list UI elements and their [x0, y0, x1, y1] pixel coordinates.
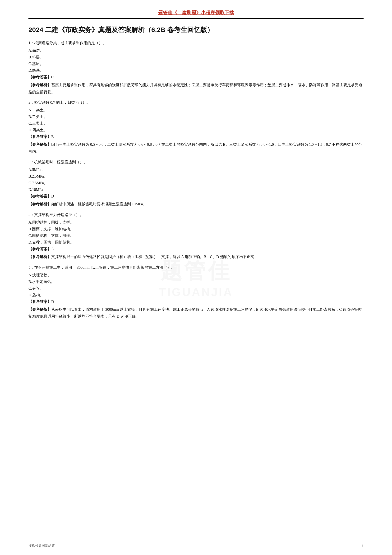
question-block-3: 3：机械凿毛时，砼强度达到（）。 A.5MPa。 B.2.5MPa。 C.7.5…: [29, 159, 363, 208]
option-3a: A.5MPa。: [29, 166, 363, 173]
analysis-label-3: 【参考解析】: [29, 202, 51, 206]
analysis-label-4: 【参考解析】: [29, 255, 51, 259]
header-banner: 题管佳《二建刷题》小程序领取下载: [29, 9, 363, 16]
answer-label-4: 【参考答案】: [29, 247, 51, 251]
answer-5: 【参考答案】D: [29, 298, 363, 305]
question-block-5: 5：在不开槽施工中，适用于 3000mm 以上管道，施工速度快且距离长的施工方法…: [29, 264, 363, 320]
analysis-3: 【参考解析】如解析中所述，机械凿毛时要求混凝土强度达到 10MPa。: [29, 201, 363, 208]
answer-value-1: C: [51, 75, 54, 79]
question-text-4: 4：支撑结构应力传递路径（）。: [29, 212, 363, 218]
option-5c: C.夯管。: [29, 285, 363, 292]
analysis-4: 【参考解析】支撑结构挡土的应力传递路径就是围护（桩）墙→围檩（冠梁）→支撑，所以…: [29, 253, 363, 260]
option-1a: A.面层。: [29, 47, 363, 54]
analysis-text-1: 基层主要起承重作用，应具有足够的强度和扩散荷载的能力并具有足够的水稳定性；面层主…: [29, 83, 362, 94]
answer-label-3: 【参考答案】: [29, 194, 51, 198]
answer-value-3: D: [51, 194, 54, 198]
question-text-5: 5：在不开槽施工中，适用于 3000mm 以上管道，施工速度快且距离长的施工方法…: [29, 264, 363, 271]
analysis-1: 【参考解析】基层主要起承重作用，应具有足够的强度和扩散荷载的能力并具有足够的水稳…: [29, 81, 363, 95]
question-text-2: 2：坚实系数 0.7 的土，归类为（）。: [29, 99, 363, 106]
analysis-text-4: 支撑结构挡土的应力传递路径就是围护（桩）墙→围檩（冠梁）→支撑，所以 A 选项正…: [51, 255, 258, 259]
page-number: 1: [362, 544, 364, 548]
option-2b: B.二类土。: [29, 113, 363, 120]
page-container: 题管佳 TIGUANJIA 题管佳《二建刷题》小程序领取下载 2024 二建《市…: [0, 0, 392, 555]
question-text-3: 3：机械凿毛时，砼强度达到（）。: [29, 159, 363, 165]
analysis-text-3: 如解析中所述，机械凿毛时要求混凝土强度达到 10MPa。: [51, 202, 147, 206]
analysis-2: 【参考解析】因为一类土坚实系数为 0.5～0.6，二类土坚实系数为 0.6～0.…: [29, 141, 363, 155]
answer-value-2: B: [51, 135, 54, 139]
option-1d: D.路基。: [29, 67, 363, 74]
answer-1: 【参考答案】C: [29, 74, 363, 80]
question-block-4: 4：支撑结构应力传递路径（）。 A.围护结构，围檩，支撑。 B.围檩，支撑，维护…: [29, 212, 363, 260]
option-4d: D.支撑，围檩，围护结构。: [29, 239, 363, 246]
option-2a: A.一类土。: [29, 107, 363, 113]
analysis-label-2: 【参考解析】: [29, 142, 51, 146]
question-block-2: 2：坚实系数 0.7 的土，归类为（）。 A.一类土。 B.二类土。 C.三类土…: [29, 99, 363, 155]
header-divider: [29, 18, 363, 19]
option-5b: B.水平定向钻。: [29, 278, 363, 285]
answer-4: 【参考答案】A: [29, 246, 363, 252]
option-3d: D.10MPa。: [29, 186, 363, 193]
analysis-text-2: 因为一类土坚实系数为 0.5～0.6，二类土坚实系数为 0.6～0.8，0.7 …: [29, 142, 362, 153]
answer-3: 【参考答案】D: [29, 193, 363, 200]
option-4c: C.围护结构，支撑，围檩。: [29, 232, 363, 239]
analysis-5: 【参考解析】从表格中可以看出，盾构适用于 3000mm 以上管径，且具有施工速度…: [29, 306, 363, 320]
answer-label-2: 【参考答案】: [29, 135, 51, 139]
option-1b: B.垫层。: [29, 54, 363, 60]
analysis-label-1: 【参考解析】: [29, 83, 51, 87]
doc-title: 2024 二建《市政实务》真题及答案解析（6.2B 卷考生回忆版）: [29, 25, 363, 34]
question-text-1: 1：根据道路分类，起主要承重作用的是（）。: [29, 40, 363, 46]
answer-value-5: D: [51, 299, 54, 304]
answer-label-5: 【参考答案】: [29, 299, 51, 304]
option-1c: C.基层。: [29, 60, 363, 67]
answer-label-1: 【参考答案】: [29, 75, 51, 79]
option-5d: D.盾构。: [29, 292, 363, 298]
option-2d: D.四类土。: [29, 127, 363, 133]
option-4a: A.围护结构，围檩，支撑。: [29, 219, 363, 226]
analysis-text-5: 从表格中可以看出，盾构适用于 3000mm 以上管径，且具有施工速度快、施工距离…: [29, 307, 362, 319]
answer-value-4: A: [51, 247, 54, 251]
analysis-label-5: 【参考解析】: [29, 307, 51, 311]
footer-source: 搜狐号@国货品鉴: [29, 544, 55, 548]
option-2c: C.三类土。: [29, 120, 363, 127]
question-block-1: 1：根据道路分类，起主要承重作用的是（）。 A.面层。 B.垫层。 C.基层。 …: [29, 40, 363, 95]
option-3c: C.7.5MPa。: [29, 180, 363, 186]
option-4b: B.围檩，支撑，维护结构。: [29, 226, 363, 232]
answer-2: 【参考答案】B: [29, 133, 363, 140]
header-title[interactable]: 题管佳《二建刷题》小程序领取下载: [158, 10, 234, 15]
option-5a: A.浅埋暗挖。: [29, 272, 363, 278]
option-3b: B.2.5MPa。: [29, 173, 363, 180]
